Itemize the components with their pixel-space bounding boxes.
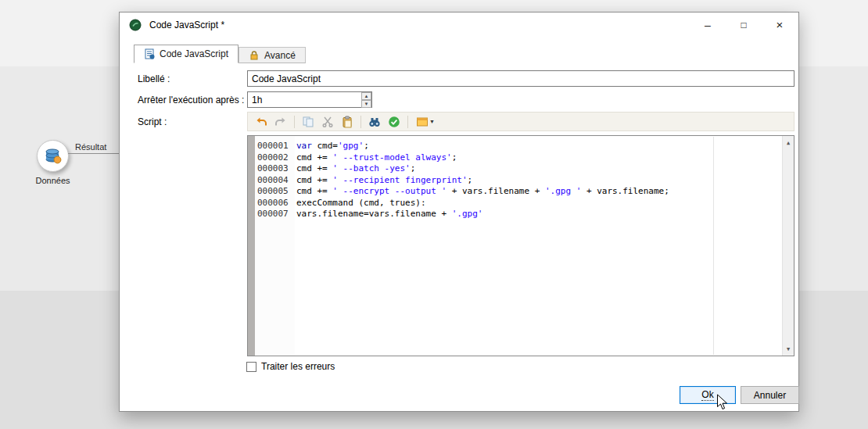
copy-button[interactable]	[299, 113, 317, 130]
code-line: cmd += ' --recipient fingerprint';	[296, 175, 781, 187]
line-number: 000003	[255, 163, 295, 175]
lock-icon	[249, 50, 260, 61]
timeout-spinner: ▲ ▼	[361, 92, 371, 107]
script-editor[interactable]: 0000010000020000030000040000050000060000…	[247, 135, 794, 356]
cut-icon	[321, 116, 334, 128]
line-number: 000005	[255, 186, 295, 198]
insert-field-icon	[416, 116, 429, 128]
code-line: cmd += ' --encrypt --output ' + vars.fil…	[296, 186, 781, 198]
scroll-up-arrow[interactable]: ▲	[783, 137, 794, 148]
script-toolbar: ▼	[247, 112, 794, 131]
script-icon	[144, 48, 155, 59]
undo-button[interactable]	[253, 113, 270, 130]
line-number: 000002	[255, 152, 295, 164]
line-number: 000004	[255, 175, 295, 187]
redo-button[interactable]	[272, 113, 289, 130]
workflow-node-donnees[interactable]	[37, 140, 69, 172]
traiter-erreurs-label: Traiter les erreurs	[261, 361, 335, 372]
editor-gutter-numbers: 0000010000020000030000040000050000060000…	[255, 136, 295, 356]
window-controls: – □ ×	[690, 13, 798, 37]
line-number: 000007	[255, 209, 295, 220]
tab-label: Code JavaScript	[160, 48, 228, 59]
spin-up-button[interactable]: ▲	[361, 92, 371, 100]
connector-line	[68, 153, 119, 154]
toolbar-separator	[360, 116, 361, 128]
line-number: 000006	[255, 198, 295, 209]
code-line: vars.filename=vars.filename + '.gpg'	[296, 209, 781, 220]
script-label: Script :	[138, 116, 167, 127]
editor-right-margin-guide	[713, 137, 714, 355]
maximize-button[interactable]: □	[726, 13, 762, 37]
close-button[interactable]: ×	[762, 13, 798, 37]
code-line: cmd += ' --batch -yes';	[296, 163, 781, 175]
dialog-titlebar[interactable]: Code JavaScript * – □ ×	[120, 13, 798, 37]
validate-button[interactable]	[386, 113, 403, 130]
error-checkbox-row: Traiter les erreurs	[246, 361, 335, 372]
code-line: cmd += ' --trust-model always';	[296, 152, 781, 164]
paste-button[interactable]	[339, 113, 356, 130]
app-icon	[129, 19, 142, 31]
cut-button[interactable]	[319, 113, 336, 130]
find-icon	[368, 116, 381, 128]
timeout-label: Arrêter l'exécution après :	[138, 95, 244, 105]
editor-code[interactable]: var cmd='gpg';cmd += ' --trust-model alw…	[296, 136, 781, 356]
workflow-node-label: Données	[21, 176, 84, 185]
dialog-title: Code JavaScript *	[149, 20, 224, 30]
validate-icon	[388, 116, 400, 128]
code-line: execCommand (cmd, trues):	[296, 198, 781, 209]
connector-label: Résultat	[75, 142, 106, 152]
traiter-erreurs-checkbox[interactable]	[246, 362, 256, 372]
insert-field-button[interactable]: ▼	[413, 113, 438, 130]
redo-icon	[274, 116, 287, 128]
ok-button-label: Ok	[701, 389, 713, 401]
tab-avance[interactable]: Avancé	[239, 47, 306, 63]
scroll-down-arrow[interactable]: ▼	[783, 343, 794, 355]
libelle-input[interactable]	[247, 70, 794, 87]
chevron-down-icon: ▼	[429, 119, 435, 124]
dialog-code-javascript: Code JavaScript * – □ × Code JavaScript	[119, 12, 799, 412]
timeout-input[interactable]	[247, 91, 372, 108]
mouse-cursor	[716, 394, 729, 411]
toolbar-separator	[407, 116, 408, 128]
undo-icon	[255, 116, 267, 128]
annuler-button[interactable]: Annuler	[741, 386, 799, 404]
tabstrip: Code JavaScript Avancé	[134, 45, 306, 63]
editor-vertical-scrollbar[interactable]: ▲ ▼	[782, 136, 794, 356]
tab-label: Avancé	[264, 50, 296, 61]
toolbar-separator	[294, 116, 295, 128]
database-icon	[43, 146, 63, 166]
annuler-button-label: Annuler	[754, 390, 786, 401]
code-line: var cmd='gpg';	[296, 141, 781, 152]
find-button[interactable]	[366, 113, 383, 130]
libelle-label: Libellé :	[138, 73, 170, 84]
tab-code-javascript[interactable]: Code JavaScript	[134, 45, 239, 63]
line-number: 000001	[255, 141, 295, 152]
copy-icon	[302, 116, 314, 128]
editor-margin-strip	[248, 136, 255, 356]
paste-icon	[341, 116, 353, 128]
minimize-button[interactable]: –	[690, 13, 726, 37]
spin-down-button[interactable]: ▼	[361, 100, 371, 108]
